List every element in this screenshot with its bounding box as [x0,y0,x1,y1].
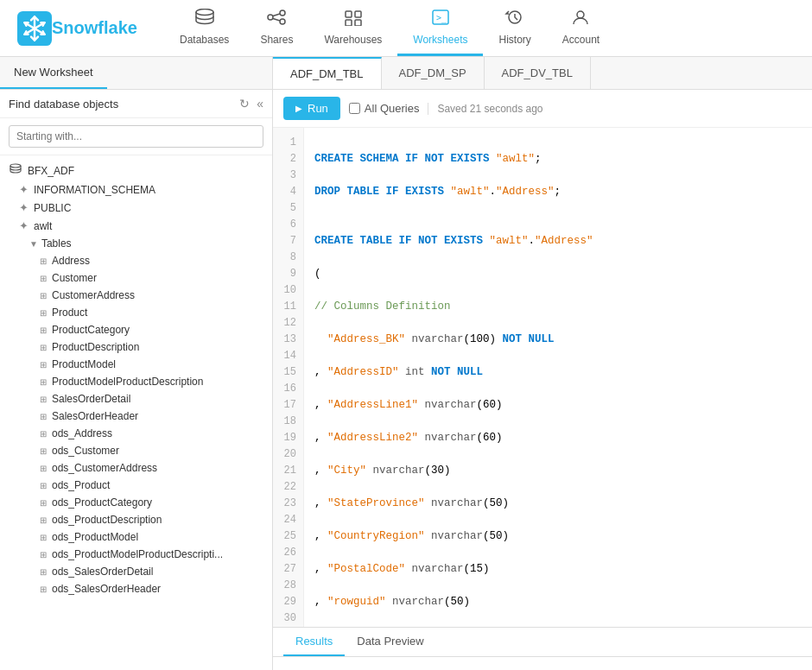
new-worksheet-tab[interactable]: New Worksheet [0,57,107,89]
code-content[interactable]: CREATE SCHEMA IF NOT EXISTS "awlt"; DROP… [304,128,812,627]
history-icon [504,9,525,30]
table-ods-salesorderheader[interactable]: ⊞ods_SalesOrderHeader [0,580,272,597]
table-customer[interactable]: ⊞Customer [0,269,272,287]
nav-databases-label: Databases [180,34,229,46]
nav-account-label: Account [562,34,599,46]
table-icon: ⊞ [40,360,47,370]
schema-public-label: PUBLIC [34,202,71,214]
svg-rect-22 [346,11,352,17]
expand-icon: ▼ [29,239,38,249]
all-queries-checkbox[interactable]: All Queries [349,102,420,115]
code-line-14: , "PostalCode" nvarchar(15) [314,561,802,578]
databases-icon [194,9,215,30]
svg-point-29 [577,11,584,18]
svg-rect-23 [355,11,361,17]
schema-icon-info: ✦ [19,183,29,196]
logo-area: Snowflake [0,11,164,46]
table-icon: ⊞ [40,446,47,456]
table-icon: ⊞ [40,585,47,594]
nav-account[interactable]: Account [547,0,615,56]
account-icon [570,9,591,30]
content-area: ADF_DM_TBL ADF_DM_SP ADF_DV_TBL ▶ Run Al… [273,57,812,670]
results-panel: Results Data Preview [273,627,812,670]
schema-information[interactable]: ✦ INFORMATION_SCHEMA [0,180,272,199]
schema-icon-awlt: ✦ [19,219,29,232]
table-salesorderheader[interactable]: ⊞SalesOrderHeader [0,408,272,425]
sidebar-search [0,118,272,155]
results-tab-results[interactable]: Results [283,628,345,656]
schema-awlt-label: awlt [34,220,52,232]
nav-warehouses[interactable]: Warehouses [308,0,397,56]
nav-warehouses-label: Warehouses [324,34,382,46]
schema-info-label: INFORMATION_SCHEMA [34,184,155,196]
table-productcategory[interactable]: ⊞ProductCategory [0,321,272,338]
table-ods-productcategory[interactable]: ⊞ods_ProductCategory [0,494,272,511]
table-productmodelproductdesc[interactable]: ⊞ProductModelProductDescription [0,373,272,390]
sidebar-header-icons: ↻ « [239,97,263,111]
nav-worksheets[interactable]: >_ Worksheets [397,0,483,56]
shares-icon [266,9,287,30]
svg-rect-25 [355,20,361,26]
table-ods-productmodelproductdesc[interactable]: ⊞ods_ProductModelProductDescripti... [0,546,272,563]
nav-history[interactable]: History [483,0,546,56]
top-nav: Snowflake Databases Shares Warehouses >_… [0,0,812,57]
toolbar: ▶ Run All Queries Saved 21 seconds ago [273,90,812,128]
play-icon: ▶ [295,104,302,113]
table-icon: ⊞ [40,256,47,266]
svg-point-17 [268,15,273,20]
schema-awlt[interactable]: ✦ awlt [0,217,272,235]
table-icon: ⊞ [40,464,47,473]
table-productdescription[interactable]: ⊞ProductDescription [0,338,272,356]
ws-tab-adfdmtbl[interactable]: ADF_DM_TBL [273,57,382,89]
results-tabs: Results Data Preview [273,628,812,657]
svg-line-21 [273,18,280,21]
code-editor[interactable]: 1 2 3 4 5 6 7 8 9 10 11 12 13 14 15 16 1 [273,128,812,627]
svg-line-9 [25,22,27,26]
ws-tab-adfdvtbl[interactable]: ADF_DV_TBL [485,57,591,89]
table-ods-productdescription[interactable]: ⊞ods_ProductDescription [0,511,272,528]
table-icon: ⊞ [40,395,47,404]
schema-public[interactable]: ✦ PUBLIC [0,199,272,217]
database-name: BFX_ADF [28,165,74,177]
all-queries-check[interactable] [349,103,360,114]
search-input[interactable] [9,125,263,148]
tables-group[interactable]: ▼ Tables [0,235,272,252]
table-ods-salesorderdetail[interactable]: ⊞ods_SalesOrderDetail [0,563,272,580]
table-icon: ⊞ [40,533,47,542]
app-title: Snowflake [52,18,137,38]
table-customeraddress[interactable]: ⊞CustomerAddress [0,287,272,304]
code-line-9: , "AddressLine1" nvarchar(60) [314,397,802,414]
code-line-2: DROP TABLE IF EXISTS "awlt"."Address"; [314,184,802,200]
table-product[interactable]: ⊞Product [0,304,272,321]
ws-tab-adfdmtbl-label: ADF_DM_TBL [290,67,364,80]
results-tab-datapreview-label: Data Preview [357,635,423,648]
table-ods-address[interactable]: ⊞ods_Address [0,425,272,442]
table-icon: ⊞ [40,550,47,559]
worksheets-icon: >_ [430,9,451,30]
nav-databases[interactable]: Databases [164,0,244,56]
table-icon: ⊞ [40,412,47,421]
tree-database[interactable]: BFX_ADF [0,161,272,180]
nav-shares[interactable]: Shares [244,0,308,56]
table-ods-productmodel[interactable]: ⊞ods_ProductModel [0,528,272,546]
collapse-icon[interactable]: « [257,97,263,111]
results-tab-datapreview[interactable]: Data Preview [345,628,435,656]
table-address[interactable]: ⊞Address [0,252,272,269]
table-ods-customeraddress[interactable]: ⊞ods_CustomerAddress [0,459,272,477]
ws-tab-adfdvtbl-label: ADF_DV_TBL [502,66,573,79]
svg-point-18 [280,10,285,16]
code-line-4: CREATE TABLE IF NOT EXISTS "awlt"."Addre… [314,233,802,250]
code-line-1: CREATE SCHEMA IF NOT EXISTS "awlt"; [314,151,802,168]
code-line-12: , "StateProvince" nvarchar(50) [314,496,802,512]
table-ods-product[interactable]: ⊞ods_Product [0,477,272,494]
table-ods-customer[interactable]: ⊞ods_Customer [0,442,272,459]
run-label: Run [308,102,328,115]
refresh-icon[interactable]: ↻ [239,97,250,111]
table-salesorderdetail[interactable]: ⊞SalesOrderDetail [0,390,272,408]
code-line-6: // Columns Definition [314,299,802,315]
run-button[interactable]: ▶ Run [283,97,340,120]
ws-tab-adfdmsp[interactable]: ADF_DM_SP [382,57,485,89]
find-db-objects-label: Find database objects [9,98,118,111]
table-productmodel[interactable]: ⊞ProductModel [0,356,272,373]
saved-status: Saved 21 seconds ago [428,103,542,115]
